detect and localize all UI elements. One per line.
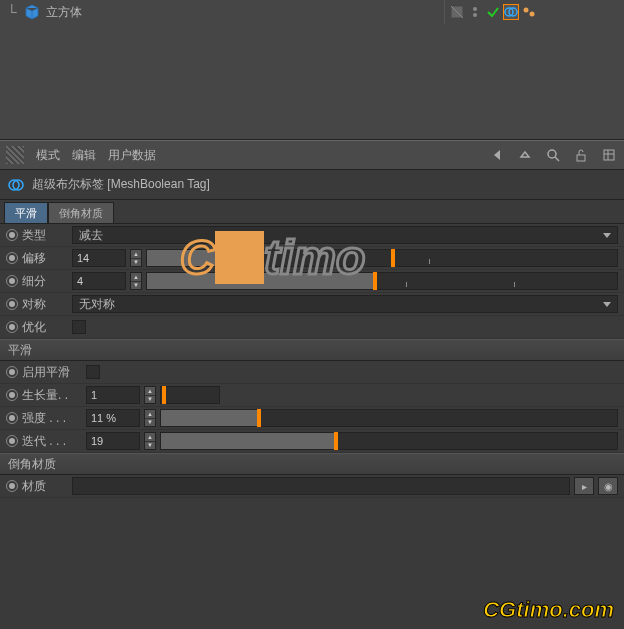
spinner-strength[interactable]: ▲▼ xyxy=(144,409,156,427)
svg-point-5 xyxy=(524,8,529,13)
label-optimize: 优化 xyxy=(22,319,68,336)
row-growth: 生长量. . ▲▼ xyxy=(0,384,624,407)
label-iterations: 迭代 . . . xyxy=(22,433,82,450)
boolean-title-icon xyxy=(8,177,24,193)
label-strength: 强度 . . . xyxy=(22,410,82,427)
spinner-subdiv[interactable]: ▲▼ xyxy=(130,272,142,290)
new-window-icon[interactable] xyxy=(600,146,618,164)
menu-edit[interactable]: 编辑 xyxy=(72,147,96,164)
label-enable-smooth: 启用平滑 xyxy=(22,364,82,381)
slider-strength[interactable] xyxy=(160,409,618,427)
watermark-corner: CGtimo.com xyxy=(483,597,614,623)
search-icon[interactable] xyxy=(544,146,562,164)
tab-bevel-material[interactable]: 倒角材质 xyxy=(48,202,114,223)
attribute-body: 类型 减去 偏移 ▲▼ 细分 ▲▼ 对称 无对称 优化 平滑 xyxy=(0,224,624,498)
menu-userdata[interactable]: 用户数据 xyxy=(108,147,156,164)
spinner-growth[interactable]: ▲▼ xyxy=(144,386,156,404)
anim-dot[interactable] xyxy=(6,366,18,378)
input-iterations[interactable] xyxy=(86,432,140,450)
grip-icon[interactable] xyxy=(6,146,24,164)
input-strength[interactable] xyxy=(86,409,140,427)
checkbox-optimize[interactable] xyxy=(72,320,86,334)
check-icon[interactable] xyxy=(485,4,501,20)
anim-dot[interactable] xyxy=(6,252,18,264)
material-pick-button[interactable]: ▸ xyxy=(574,477,594,495)
checkbox-enable-smooth[interactable] xyxy=(86,365,100,379)
section-bevel-material[interactable]: 倒角材质 xyxy=(0,453,624,475)
row-material: 材质 ▸ ◉ xyxy=(0,475,624,498)
row-enable-smooth: 启用平滑 xyxy=(0,361,624,384)
svg-point-2 xyxy=(473,13,477,17)
lock-icon[interactable] xyxy=(572,146,590,164)
label-subdiv: 细分 xyxy=(22,273,68,290)
spinner-offset[interactable]: ▲▼ xyxy=(130,249,142,267)
input-growth[interactable] xyxy=(86,386,140,404)
row-iterations: 迭代 . . . ▲▼ xyxy=(0,430,624,453)
row-symmetry: 对称 无对称 xyxy=(0,293,624,316)
label-type: 类型 xyxy=(22,227,68,244)
material-field[interactable] xyxy=(72,477,570,495)
slider-offset[interactable] xyxy=(146,249,618,267)
svg-point-7 xyxy=(548,150,556,158)
tree-branch: └ xyxy=(0,4,24,20)
anim-dot[interactable] xyxy=(6,298,18,310)
row-subdiv: 细分 ▲▼ xyxy=(0,270,624,293)
label-growth: 生长量. . xyxy=(22,387,82,404)
anim-dot[interactable] xyxy=(6,275,18,287)
material-clear-button[interactable]: ◉ xyxy=(598,477,618,495)
cube-icon xyxy=(24,4,40,20)
row-type: 类型 减去 xyxy=(0,224,624,247)
dots-tag-icon[interactable] xyxy=(521,4,537,20)
outliner-row[interactable]: └ 立方体 xyxy=(0,0,624,24)
input-subdiv[interactable] xyxy=(72,272,126,290)
svg-rect-8 xyxy=(577,155,585,161)
panel-title-text: 超级布尔标签 [MeshBoolean Tag] xyxy=(32,176,210,193)
dropdown-symmetry[interactable]: 无对称 xyxy=(72,295,618,313)
slider-subdiv[interactable] xyxy=(146,272,618,290)
slider-iterations[interactable] xyxy=(160,432,618,450)
tag-area xyxy=(444,0,624,24)
row-optimize: 优化 xyxy=(0,316,624,339)
anim-dot[interactable] xyxy=(6,435,18,447)
label-material: 材质 xyxy=(22,478,68,495)
tab-smooth[interactable]: 平滑 xyxy=(4,202,48,223)
panel-title-bar: 超级布尔标签 [MeshBoolean Tag] xyxy=(0,170,624,200)
layer-tag-icon[interactable] xyxy=(449,4,465,20)
vis-dots-icon[interactable] xyxy=(467,4,483,20)
label-offset: 偏移 xyxy=(22,250,68,267)
input-offset[interactable] xyxy=(72,249,126,267)
object-name[interactable]: 立方体 xyxy=(46,4,444,21)
nav-back-icon[interactable] xyxy=(488,146,506,164)
anim-dot[interactable] xyxy=(6,321,18,333)
row-offset: 偏移 ▲▼ xyxy=(0,247,624,270)
attribute-toolbar: 模式 编辑 用户数据 xyxy=(0,140,624,170)
slider-growth[interactable] xyxy=(160,386,220,404)
spinner-iterations[interactable]: ▲▼ xyxy=(144,432,156,450)
menu-mode[interactable]: 模式 xyxy=(36,147,60,164)
anim-dot[interactable] xyxy=(6,480,18,492)
row-strength: 强度 . . . ▲▼ xyxy=(0,407,624,430)
dropdown-type[interactable]: 减去 xyxy=(72,226,618,244)
anim-dot[interactable] xyxy=(6,412,18,424)
anim-dot[interactable] xyxy=(6,389,18,401)
anim-dot[interactable] xyxy=(6,229,18,241)
tab-bar: 平滑 倒角材质 xyxy=(0,200,624,224)
boolean-tag-icon[interactable] xyxy=(503,4,519,20)
nav-up-icon[interactable] xyxy=(516,146,534,164)
outliner-panel: └ 立方体 xyxy=(0,0,624,140)
svg-point-1 xyxy=(473,7,477,11)
label-symmetry: 对称 xyxy=(22,296,68,313)
svg-point-6 xyxy=(530,12,535,17)
svg-rect-9 xyxy=(604,150,614,160)
section-smooth[interactable]: 平滑 xyxy=(0,339,624,361)
